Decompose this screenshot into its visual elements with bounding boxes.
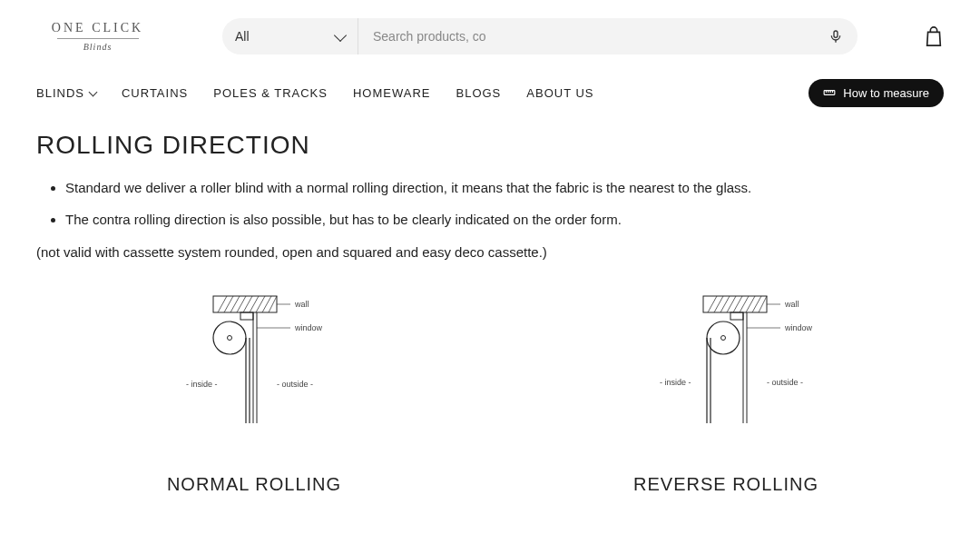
logo-text-top: ONE CLICK bbox=[52, 21, 143, 35]
nav-blogs[interactable]: BLOGS bbox=[456, 86, 502, 100]
diagram-reverse-caption: REVERSE ROLLING bbox=[633, 474, 818, 495]
nav-about-us[interactable]: ABOUT US bbox=[526, 86, 593, 100]
diagram-label-inside: - inside - bbox=[186, 380, 218, 389]
category-select[interactable]: All bbox=[222, 18, 358, 54]
nav-curtains[interactable]: CURTAINS bbox=[122, 86, 188, 100]
nav-blinds[interactable]: BLINDS bbox=[36, 86, 96, 100]
bag-icon[interactable] bbox=[924, 25, 944, 47]
how-to-measure-button[interactable]: How to measure bbox=[808, 79, 944, 107]
logo-divider bbox=[57, 38, 139, 39]
diagram-label-inside: - inside - bbox=[660, 378, 691, 387]
logo-text-bottom: Blinds bbox=[83, 42, 113, 52]
chevron-down-icon bbox=[89, 87, 98, 96]
svg-point-21 bbox=[228, 336, 232, 341]
diagrams-row: wall window - inside - - outside - NORMA… bbox=[36, 287, 944, 495]
header-top: ONE CLICK Blinds All bbox=[0, 0, 980, 73]
search-container: All bbox=[222, 18, 858, 54]
bullet-item: The contra rolling direction is also pos… bbox=[65, 210, 944, 231]
diagram-reverse-box: wall window - inside - - outside - bbox=[594, 287, 858, 441]
diagram-reverse-svg: wall window - inside - - outside - bbox=[594, 287, 858, 441]
diagram-normal-svg: wall window - inside - - outside - bbox=[122, 287, 386, 441]
diagram-normal: wall window - inside - - outside - NORMA… bbox=[36, 287, 472, 495]
svg-rect-26 bbox=[703, 296, 767, 312]
search-input-wrap bbox=[358, 18, 858, 54]
svg-rect-7 bbox=[213, 296, 277, 312]
nav-blinds-label: BLINDS bbox=[36, 86, 84, 100]
nav-links: BLINDS CURTAINS POLES & TRACKS HOMEWARE … bbox=[36, 86, 594, 100]
note-text: (not valid with cassette system rounded,… bbox=[36, 244, 944, 260]
nav-homeware[interactable]: HOMEWARE bbox=[353, 86, 431, 100]
diagram-normal-caption: NORMAL ROLLING bbox=[167, 474, 341, 495]
ruler-icon bbox=[823, 86, 836, 99]
svg-rect-0 bbox=[834, 31, 838, 37]
diagram-reverse: wall window - inside - - outside - REVER… bbox=[508, 287, 944, 495]
main-content: ROLLING DIRECTION Standard we deliver a … bbox=[0, 113, 980, 495]
bullet-list: Standard we deliver a roller blind with … bbox=[36, 178, 944, 230]
microphone-icon[interactable] bbox=[828, 29, 843, 44]
diagram-label-outside: - outside - bbox=[767, 378, 803, 387]
chevron-down-icon bbox=[334, 28, 347, 41]
nav-bar: BLINDS CURTAINS POLES & TRACKS HOMEWARE … bbox=[0, 73, 980, 113]
how-to-measure-label: How to measure bbox=[843, 86, 929, 100]
nav-poles-tracks[interactable]: POLES & TRACKS bbox=[213, 86, 328, 100]
category-label: All bbox=[235, 29, 250, 44]
svg-point-20 bbox=[213, 322, 246, 354]
search-input[interactable] bbox=[373, 29, 828, 44]
svg-rect-17 bbox=[240, 312, 253, 320]
diagram-label-outside: - outside - bbox=[277, 380, 313, 389]
diagram-label-wall: wall bbox=[784, 300, 799, 309]
diagram-normal-box: wall window - inside - - outside - bbox=[122, 287, 386, 441]
diagram-label-wall: wall bbox=[294, 300, 309, 309]
svg-rect-36 bbox=[730, 312, 743, 320]
svg-point-39 bbox=[707, 322, 740, 354]
bullet-item: Standard we deliver a roller blind with … bbox=[65, 178, 944, 199]
page-title: ROLLING DIRECTION bbox=[36, 131, 944, 160]
svg-point-40 bbox=[721, 336, 726, 341]
diagram-label-window: window bbox=[784, 323, 813, 332]
diagram-label-window: window bbox=[294, 323, 323, 332]
logo[interactable]: ONE CLICK Blinds bbox=[36, 21, 159, 52]
